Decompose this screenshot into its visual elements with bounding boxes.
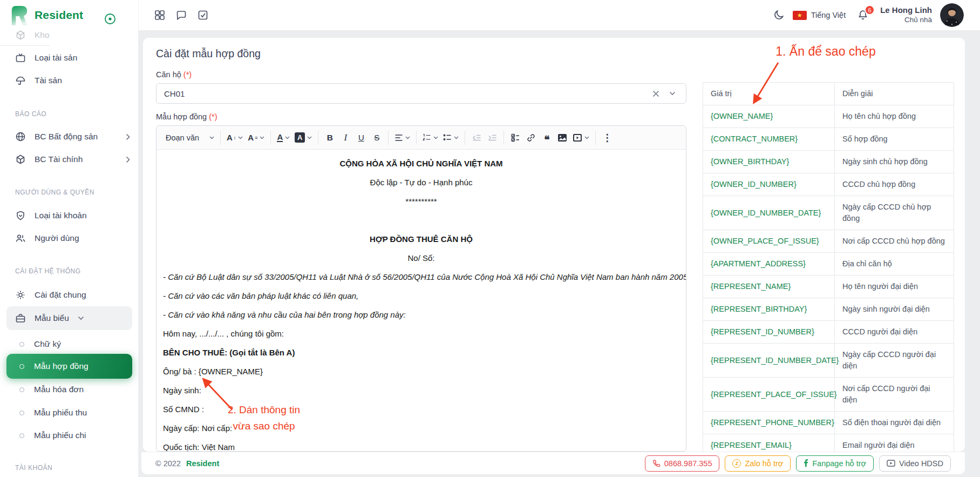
sidebar-item-loai-tai-khoan[interactable]: Loại tài khoản [0, 204, 139, 227]
outdent-button[interactable] [469, 130, 484, 146]
editor-paragraph[interactable]: - Căn cứ Bộ Luật dân sự số 33/2005/QH11 … [163, 267, 679, 286]
numbered-list-button[interactable] [420, 130, 440, 146]
insert-media-button[interactable] [570, 130, 591, 146]
main-area: Cài đặt mẫu hợp đồng Căn hộ (*) CH01 Mẫu… [139, 30, 980, 477]
editor-paragraph[interactable]: Hôm nay, .../.../... , chúng tôi gồm: [163, 324, 679, 343]
strikethrough-button[interactable]: S [369, 130, 384, 146]
variable-description: Email người đại diện [835, 434, 954, 452]
editor-paragraph[interactable]: Ngày sinh: [163, 381, 679, 400]
editor-paragraph[interactable]: HỢP ĐỒNG THUÊ CĂN HỘ [163, 230, 679, 248]
underline-button[interactable]: U [353, 130, 369, 146]
italic-button[interactable]: I [338, 130, 353, 146]
sidebar-item-loai-tai-san[interactable]: Loại tài sản [0, 46, 139, 69]
tv-icon [15, 52, 26, 63]
sidebar-item-nguoi-dung[interactable]: Người dùng [0, 227, 139, 250]
footer-brand-link[interactable]: Resident [186, 459, 219, 468]
clear-icon[interactable] [648, 90, 664, 97]
font-size-button[interactable]: A↕ [224, 130, 245, 146]
chevron-down-icon [209, 136, 214, 139]
dark-mode-moon-icon[interactable] [773, 9, 785, 21]
bold-button[interactable]: B [322, 130, 337, 146]
shield-check-icon [15, 210, 26, 221]
editor-paragraph[interactable]: Ngày cấp: Nơi cấp: [163, 419, 679, 438]
font-color-button[interactable]: A [275, 130, 292, 146]
sidebar-item-mau-hop-dong[interactable]: Mẫu hợp đồng [6, 354, 132, 379]
chevron-down-icon [454, 136, 459, 139]
hotline-button[interactable]: 0868.987.355 [645, 455, 720, 472]
fanpage-support-button[interactable]: Fanpage hỗ trợ [796, 455, 874, 472]
sidebar-item-mau-hoa-don[interactable]: Mẫu hóa đơn [0, 379, 139, 400]
variable-value[interactable]: {OWNER_NAME} [703, 105, 835, 128]
contract-template-card: Cài đặt mẫu hợp đồng Căn hộ (*) CH01 Mẫu… [143, 38, 965, 452]
variable-description: Họ tên người đại diện [835, 276, 954, 298]
link-button[interactable] [523, 130, 539, 146]
variable-value[interactable]: {REPRESENT_NAME} [703, 276, 835, 298]
avatar[interactable] [940, 3, 964, 27]
table-row: {REPRESENT_PHONE_NUMBER}Số điện thoại ng… [703, 412, 954, 434]
line-height-button[interactable]: A≡ [246, 130, 267, 146]
editor-paragraph[interactable]: Số CMND : [163, 400, 679, 419]
variable-description: Nơi cấp CCCD chủ hợp đồng [835, 230, 954, 253]
sidebar-item-chu-ky[interactable]: Chữ ký [0, 333, 139, 355]
video-guide-button[interactable]: Video HDSD [879, 455, 951, 472]
bullet-list-button[interactable] [441, 130, 461, 146]
editor-paragraph[interactable]: Ông/ bà : {OWNER_NAME} [163, 362, 679, 381]
blockquote-button[interactable]: ❝ [539, 130, 554, 146]
language-switcher[interactable]: ★ Tiếng Việt [793, 11, 846, 20]
variable-value[interactable]: {OWNER_BIRTHDAY} [703, 151, 835, 173]
editor-paragraph[interactable] [163, 211, 679, 230]
chevron-right-icon [126, 156, 130, 163]
variable-value[interactable]: {REPRESENT_EMAIL} [703, 434, 835, 452]
sidebar-item-bc-bat-dong-san[interactable]: BC Bất động sản [0, 125, 139, 148]
zalo-support-button[interactable]: Z Zalo hỗ trợ [725, 455, 791, 472]
apps-grid-icon[interactable] [154, 9, 166, 21]
divider [220, 131, 221, 145]
editor-paragraph[interactable]: - Căn cứ vào các văn bản pháp luật khác … [163, 286, 679, 305]
variable-value[interactable]: {REPRESENT_ID_NUMBER} [703, 321, 835, 344]
box-icon [15, 30, 26, 41]
variable-value[interactable]: {REPRESENT_PHONE_NUMBER} [703, 412, 835, 434]
variable-value[interactable]: {OWNER_ID_NUMBER_DATE} [703, 196, 835, 230]
user-menu[interactable]: Le Hong Linh Chủ nhà [880, 5, 932, 25]
editor-paragraph[interactable]: No/ Số: [163, 248, 679, 267]
editor-paragraph[interactable]: - Căn cứ vào khả năng và nhu cầu của hai… [163, 305, 679, 324]
page-title: Cài đặt mẫu hợp đồng [156, 48, 261, 60]
indent-button[interactable] [485, 130, 500, 146]
variable-value[interactable]: {REPRESENT_BIRTHDAY} [703, 298, 835, 321]
variable-value[interactable]: {OWNER_ID_NUMBER} [703, 173, 835, 196]
variable-value[interactable]: {CONTRACT_NUMBER} [703, 128, 835, 151]
sidebar-item-kho[interactable]: Kho [0, 24, 139, 46]
table-row: {OWNER_NAME}Họ tên chủ hợp đồng [703, 105, 954, 128]
editor-paragraph[interactable]: CỘNG HÒA XÃ HỘI CHỦ NGHĨA VIỆT NAM [163, 154, 679, 173]
editor-toolbar: Đoạn văn A↕ A≡ A A B I U S [156, 126, 686, 150]
sidebar-item-bc-tai-chinh[interactable]: BC Tài chính [0, 148, 139, 171]
apartment-select[interactable]: CH01 [156, 83, 686, 104]
chat-icon[interactable] [175, 9, 187, 21]
editor-content[interactable]: CỘNG HÒA XÃ HỘI CHỦ NGHĨA VIỆT NAM Độc l… [156, 150, 686, 452]
variable-value[interactable]: {OWNER_PLACE_OF_ISSUE} [703, 230, 835, 253]
table-row: {REPRESENT_PLACE_OF_ISSUE}Nơi cấp CCCD n… [703, 378, 954, 412]
notifications-bell-icon[interactable]: 6 [857, 9, 869, 21]
sidebar-item-cai-dat-chung[interactable]: Cài đặt chung [0, 284, 139, 306]
sidebar-item-mau-phieu-thu[interactable]: Mẫu phiếu thu [0, 402, 139, 424]
more-options-button[interactable]: ⋮ [600, 130, 615, 146]
chevron-down-icon[interactable] [664, 91, 680, 96]
insert-image-button[interactable] [555, 130, 570, 146]
highlight-color-button[interactable]: A [292, 130, 314, 146]
sidebar-item-mau-phieu-chi[interactable]: Mẫu phiếu chi [0, 425, 139, 446]
editor-paragraph[interactable]: BÊN CHO THUÊ: (Gọi tắt là Bên A) [163, 343, 679, 362]
editor-paragraph[interactable]: Quốc tịch: Việt Nam [163, 438, 679, 452]
variable-value[interactable]: {APARTMENT_ADDRESS} [703, 253, 835, 276]
checklist-button[interactable] [508, 130, 523, 146]
variable-value[interactable]: {REPRESENT_ID_NUMBER_DATE} [703, 344, 835, 378]
editor-paragraph[interactable]: ********** [163, 192, 679, 211]
align-button[interactable] [392, 130, 412, 146]
table-header-row: Giá trị Diễn giải [703, 83, 954, 105]
variable-value[interactable]: {REPRESENT_PLACE_OF_ISSUE} [703, 378, 835, 412]
sidebar-item-mau-bieu[interactable]: Mẫu biểu [6, 306, 132, 330]
editor-paragraph[interactable]: Độc lập - Tự do - Hạnh phúc [163, 173, 679, 192]
table-row: {REPRESENT_EMAIL}Email người đại diện [703, 434, 954, 452]
check-square-icon[interactable] [197, 9, 209, 21]
sidebar-item-tai-san[interactable]: Tài sản [0, 69, 139, 92]
paragraph-style-dropdown[interactable]: Đoạn văn [161, 130, 216, 146]
